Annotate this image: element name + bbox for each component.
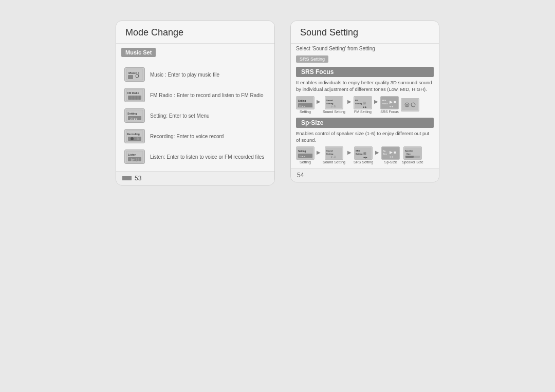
sp-size-icon-label: Sp-Size <box>384 160 397 164</box>
svg-text:■ ▶: ■ ▶ <box>363 105 367 108</box>
fm-setting-step-icon: FM Setting ⊞ ■ ▶ FM Setting <box>354 96 372 114</box>
svg-text:FM: FM <box>355 99 358 102</box>
arrow-icon-5: ▶ <box>347 150 351 155</box>
setting-icon: Setting 20 ■ ▶ <box>124 108 145 123</box>
svg-text:■ ▶: ■ ▶ <box>363 156 367 159</box>
speaker-size-icon-label: Speaker Size <box>402 160 423 164</box>
fm-setting-box: FM Setting ⊞ ■ ▶ <box>354 96 372 109</box>
svg-point-49 <box>406 104 408 106</box>
svg-text:⊞: ⊞ <box>363 152 366 155</box>
sp-size-step-icon: Sp- Size ▶ ■ ♦ ♦ Sp-Size <box>381 146 400 164</box>
srs-focus-icon-label: SRS Focus <box>380 110 398 114</box>
svg-text:Sound: Sound <box>326 150 333 152</box>
sp-srs-box: SRS Setting ⊞ ■ ▶ <box>354 146 373 160</box>
arrow-icon-6: ▶ <box>375 150 379 155</box>
sp-sound-step-icon: Sound Setting ♪ ♫ Sound Setting <box>323 146 345 164</box>
list-item: Setting 20 ■ ▶ Setting: Enter to set Men… <box>122 105 268 126</box>
sp-size-icon-row: Setting 20 ■ ▶ Setting ▶ Sound Setting ♪… <box>296 146 434 164</box>
srs-focus-box: SRS Focus ▶ ■ ♦ ♦ <box>380 96 399 109</box>
mode-change-panel: Mode Change Music Set Music Music : Ente… <box>116 21 275 185</box>
sound-setting-icon-label: Sound Setting <box>323 110 345 114</box>
sound-setting-step-icon: Sound Setting ♪ ♫ Sound Setting <box>323 96 345 114</box>
svg-rect-2 <box>128 75 133 79</box>
sp-size-section-bar: Sp-Size <box>296 118 434 128</box>
sp-setting-step-icon: Setting 20 ■ ▶ Setting <box>296 146 314 164</box>
sp-srs-step-icon: SRS Setting ⊞ ■ ▶ SRS Setting <box>354 146 373 164</box>
svg-text:Size: Size <box>383 153 387 155</box>
recording-label: Recording: Enter to voice record <box>150 134 224 139</box>
svg-text:▶ ■: ▶ ■ <box>390 100 396 104</box>
svg-text:20 ■ ▶: 20 ■ ▶ <box>299 105 306 107</box>
sp-size-box: Sp- Size ▶ ■ ♦ ♦ <box>381 146 400 160</box>
fm-radio-icon: FM Radio <box>124 88 145 102</box>
left-page-number: 53 <box>116 171 274 185</box>
svg-text:Listen: Listen <box>128 153 137 156</box>
music-label: Music : Enter to play music file <box>150 72 219 78</box>
srs-focus-section-bar: SRS Focus <box>296 67 434 77</box>
setting-box: Setting 20 ■ ▶ <box>296 96 314 109</box>
listen-icon: Listen <box>124 150 145 164</box>
svg-text:FM Radio: FM Radio <box>127 91 139 95</box>
setting-icon-label: Setting <box>300 110 311 114</box>
svg-rect-18 <box>128 137 141 141</box>
sp-srs-icon-label: SRS Setting <box>354 160 373 164</box>
svg-text:Music: Music <box>128 71 138 74</box>
srs-focus-description: It enables individuals to enjoy better q… <box>296 79 434 93</box>
arrow-icon-4: ▶ <box>317 150 321 155</box>
svg-rect-24 <box>128 157 141 161</box>
svg-text:▶ ■: ▶ ■ <box>390 150 396 155</box>
arrow-icon-3: ▶ <box>374 99 378 104</box>
srs-focus-step-icon: SRS Focus ▶ ■ ♦ ♦ SRS Focus <box>380 96 399 114</box>
music-icon: Music <box>124 67 145 82</box>
music-set-section-header: Music Set <box>121 48 156 57</box>
sp-sound-icon-label: Sound Setting <box>323 160 345 164</box>
sound-setting-box: Sound Setting ♪ ♫ <box>325 96 343 109</box>
svg-text:Recording: Recording <box>127 133 140 136</box>
page-number-bar <box>122 176 132 180</box>
svg-text:Sp-: Sp- <box>383 150 386 152</box>
arrow-icon-2: ▶ <box>347 99 351 104</box>
svg-text:♦ ♦: ♦ ♦ <box>390 155 393 158</box>
right-panel-title: Sound Setting <box>291 21 439 44</box>
svg-text:Size: Size <box>406 153 411 155</box>
srs-setting-badge: SRS Setting <box>296 55 328 63</box>
svg-text:20 ■ ▶: 20 ■ ▶ <box>130 117 138 120</box>
srs-result-icon <box>401 98 419 111</box>
svg-text:Sound: Sound <box>326 99 333 102</box>
srs-result-box <box>401 98 419 111</box>
svg-text:Setting: Setting <box>355 102 362 105</box>
svg-text:Setting: Setting <box>127 112 137 115</box>
speaker-size-box: Speaker Size <box>403 146 422 160</box>
svg-text:♦ ♦: ♦ ♦ <box>390 105 393 108</box>
setting-label: Setting: Enter to set Menu <box>150 113 210 119</box>
left-panel-title: Mode Change <box>116 21 274 44</box>
list-item: Music Music : Enter to play music file <box>122 64 268 85</box>
svg-text:♪ ♫: ♪ ♫ <box>331 155 336 158</box>
sp-sound-box: Sound Setting ♪ ♫ <box>325 146 343 160</box>
sp-setting-box: Setting 20 ■ ▶ <box>296 146 314 160</box>
svg-text:⊞: ⊞ <box>363 101 366 105</box>
sound-setting-panel: Sound Setting Select 'Sound Setting' fro… <box>290 21 439 182</box>
svg-rect-72 <box>405 156 414 158</box>
fm-setting-icon-label: FM Setting <box>354 110 372 114</box>
svg-rect-46 <box>402 99 418 110</box>
svg-text:Setting: Setting <box>298 150 306 153</box>
select-instruction: Select 'Sound Setting' from Setting <box>296 46 434 51</box>
speaker-size-step-icon: Speaker Size Speaker Size <box>402 146 423 164</box>
srs-focus-icon-row: Setting 20 ■ ▶ Setting ▶ Sound Setting ♪… <box>296 96 434 114</box>
right-page-number: 54 <box>291 168 439 182</box>
setting-step-icon: Setting 20 ■ ▶ Setting <box>296 96 314 114</box>
svg-text:♪ ♫: ♪ ♫ <box>331 105 336 108</box>
fm-radio-label: FM Radio : Enter to record and listen to… <box>150 92 264 98</box>
sp-setting-icon-label: Setting <box>300 160 311 164</box>
svg-text:Setting: Setting <box>356 153 363 155</box>
menu-list: Music Music : Enter to play music file F… <box>116 60 274 171</box>
list-item: Listen Listen: Enter to listen to voice … <box>122 146 268 167</box>
svg-point-19 <box>131 137 134 140</box>
svg-text:Speaker: Speaker <box>405 150 413 152</box>
listen-label: Listen: Enter to listen to voice or FM r… <box>150 154 264 160</box>
recording-icon: Recording <box>124 129 145 143</box>
arrow-icon: ▶ <box>317 99 321 104</box>
svg-text:20 ■ ▶: 20 ■ ▶ <box>299 155 306 158</box>
svg-text:Focus: Focus <box>382 102 388 105</box>
